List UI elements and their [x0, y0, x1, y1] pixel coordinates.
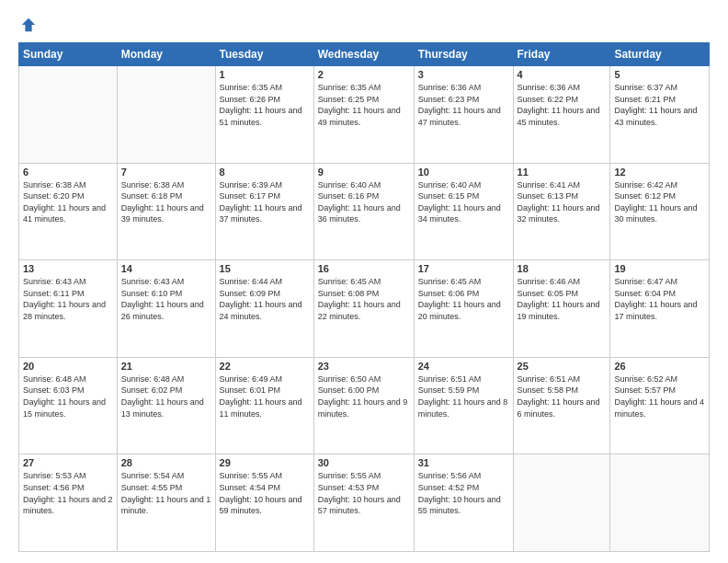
calendar-table: SundayMondayTuesdayWednesdayThursdayFrid…	[18, 42, 710, 552]
col-header-sunday: Sunday	[19, 43, 118, 66]
cell-info: Sunrise: 6:49 AM Sunset: 6:01 PM Dayligh…	[220, 373, 310, 419]
cell-info: Sunrise: 6:44 AM Sunset: 6:09 PM Dayligh…	[220, 276, 310, 322]
week-row-3: 20Sunrise: 6:48 AM Sunset: 6:03 PM Dayli…	[19, 357, 710, 454]
cell-info: Sunrise: 6:45 AM Sunset: 6:06 PM Dayligh…	[418, 276, 509, 322]
cell-info: Sunrise: 6:47 AM Sunset: 6:04 PM Dayligh…	[614, 276, 705, 322]
day-number: 8	[220, 167, 310, 178]
cell-info: Sunrise: 6:45 AM Sunset: 6:08 PM Dayligh…	[318, 276, 410, 322]
cell-info: Sunrise: 6:35 AM Sunset: 6:25 PM Dayligh…	[318, 82, 410, 128]
day-number: 1	[220, 69, 310, 80]
col-header-saturday: Saturday	[610, 43, 710, 66]
cell-info: Sunrise: 6:52 AM Sunset: 5:57 PM Dayligh…	[614, 373, 705, 419]
calendar-cell: 8Sunrise: 6:39 AM Sunset: 6:17 PM Daylig…	[215, 163, 313, 260]
day-number: 16	[318, 263, 410, 274]
day-number: 6	[23, 167, 113, 178]
day-number: 21	[121, 361, 211, 372]
day-number: 27	[23, 457, 113, 468]
day-number: 23	[318, 361, 410, 372]
calendar-cell: 18Sunrise: 6:46 AM Sunset: 6:05 PM Dayli…	[513, 260, 610, 358]
col-header-thursday: Thursday	[414, 43, 513, 66]
calendar-cell: 1Sunrise: 6:35 AM Sunset: 6:26 PM Daylig…	[215, 66, 313, 164]
cell-info: Sunrise: 6:40 AM Sunset: 6:16 PM Dayligh…	[318, 179, 410, 225]
day-number: 20	[23, 361, 113, 372]
day-number: 14	[121, 263, 211, 274]
day-number: 10	[418, 167, 509, 178]
calendar-cell: 31Sunrise: 5:56 AM Sunset: 4:52 PM Dayli…	[414, 454, 513, 552]
day-number: 30	[318, 457, 410, 468]
week-row-0: 1Sunrise: 6:35 AM Sunset: 6:26 PM Daylig…	[19, 66, 710, 164]
calendar-cell: 28Sunrise: 5:54 AM Sunset: 4:55 PM Dayli…	[117, 454, 215, 552]
calendar-cell: 29Sunrise: 5:55 AM Sunset: 4:54 PM Dayli…	[215, 454, 313, 552]
col-header-friday: Friday	[513, 43, 610, 66]
cell-info: Sunrise: 6:51 AM Sunset: 5:58 PM Dayligh…	[518, 373, 607, 419]
cell-info: Sunrise: 6:39 AM Sunset: 6:17 PM Dayligh…	[220, 179, 310, 225]
day-number: 5	[614, 69, 705, 80]
cell-info: Sunrise: 6:35 AM Sunset: 6:26 PM Dayligh…	[220, 82, 310, 128]
cell-info: Sunrise: 5:55 AM Sunset: 4:54 PM Dayligh…	[220, 470, 310, 516]
cell-info: Sunrise: 5:56 AM Sunset: 4:52 PM Dayligh…	[418, 470, 509, 516]
week-row-4: 27Sunrise: 5:53 AM Sunset: 4:56 PM Dayli…	[19, 454, 710, 552]
cell-info: Sunrise: 5:55 AM Sunset: 4:53 PM Dayligh…	[318, 470, 410, 516]
day-number: 13	[23, 263, 113, 274]
cell-info: Sunrise: 6:38 AM Sunset: 6:20 PM Dayligh…	[23, 179, 113, 225]
day-number: 4	[518, 69, 607, 80]
calendar-cell: 6Sunrise: 6:38 AM Sunset: 6:20 PM Daylig…	[19, 163, 118, 260]
logo-icon	[20, 17, 37, 33]
cell-info: Sunrise: 5:53 AM Sunset: 4:56 PM Dayligh…	[23, 470, 113, 516]
week-row-1: 6Sunrise: 6:38 AM Sunset: 6:20 PM Daylig…	[19, 163, 710, 260]
calendar-cell: 11Sunrise: 6:41 AM Sunset: 6:13 PM Dayli…	[513, 163, 610, 260]
calendar-cell: 3Sunrise: 6:36 AM Sunset: 6:23 PM Daylig…	[414, 66, 513, 164]
cell-info: Sunrise: 6:40 AM Sunset: 6:15 PM Dayligh…	[418, 179, 509, 225]
cell-info: Sunrise: 6:48 AM Sunset: 6:03 PM Dayligh…	[23, 373, 113, 419]
calendar-cell: 5Sunrise: 6:37 AM Sunset: 6:21 PM Daylig…	[610, 66, 710, 164]
calendar-cell	[19, 66, 118, 164]
cell-info: Sunrise: 6:48 AM Sunset: 6:02 PM Dayligh…	[121, 373, 211, 419]
calendar-cell: 22Sunrise: 6:49 AM Sunset: 6:01 PM Dayli…	[215, 357, 313, 454]
cell-info: Sunrise: 6:50 AM Sunset: 6:00 PM Dayligh…	[318, 373, 410, 419]
calendar-cell: 21Sunrise: 6:48 AM Sunset: 6:02 PM Dayli…	[117, 357, 215, 454]
calendar-cell: 16Sunrise: 6:45 AM Sunset: 6:08 PM Dayli…	[313, 260, 414, 358]
calendar-cell: 30Sunrise: 5:55 AM Sunset: 4:53 PM Dayli…	[313, 454, 414, 552]
calendar-cell: 17Sunrise: 6:45 AM Sunset: 6:06 PM Dayli…	[414, 260, 513, 358]
calendar-cell: 12Sunrise: 6:42 AM Sunset: 6:12 PM Dayli…	[610, 163, 710, 260]
day-number: 19	[614, 263, 705, 274]
day-number: 11	[518, 167, 607, 178]
day-number: 15	[220, 263, 310, 274]
cell-info: Sunrise: 6:36 AM Sunset: 6:22 PM Dayligh…	[518, 82, 607, 128]
cell-info: Sunrise: 6:42 AM Sunset: 6:12 PM Dayligh…	[614, 179, 705, 225]
day-number: 9	[318, 167, 410, 178]
calendar-cell: 2Sunrise: 6:35 AM Sunset: 6:25 PM Daylig…	[313, 66, 414, 164]
week-row-2: 13Sunrise: 6:43 AM Sunset: 6:11 PM Dayli…	[19, 260, 710, 358]
cell-info: Sunrise: 6:43 AM Sunset: 6:11 PM Dayligh…	[23, 276, 113, 322]
day-number: 31	[418, 457, 509, 468]
calendar-cell: 20Sunrise: 6:48 AM Sunset: 6:03 PM Dayli…	[19, 357, 118, 454]
day-number: 25	[518, 361, 607, 372]
day-number: 7	[121, 167, 211, 178]
col-header-monday: Monday	[117, 43, 215, 66]
calendar-cell: 10Sunrise: 6:40 AM Sunset: 6:15 PM Dayli…	[414, 163, 513, 260]
calendar-cell: 15Sunrise: 6:44 AM Sunset: 6:09 PM Dayli…	[215, 260, 313, 358]
calendar-cell	[513, 454, 610, 552]
cell-info: Sunrise: 6:41 AM Sunset: 6:13 PM Dayligh…	[518, 179, 607, 225]
calendar-cell: 14Sunrise: 6:43 AM Sunset: 6:10 PM Dayli…	[117, 260, 215, 358]
day-number: 3	[418, 69, 509, 80]
cell-info: Sunrise: 6:38 AM Sunset: 6:18 PM Dayligh…	[121, 179, 211, 225]
cell-info: Sunrise: 5:54 AM Sunset: 4:55 PM Dayligh…	[121, 470, 211, 516]
calendar-cell	[610, 454, 710, 552]
day-number: 29	[220, 457, 310, 468]
calendar-cell: 27Sunrise: 5:53 AM Sunset: 4:56 PM Dayli…	[19, 454, 118, 552]
calendar-cell: 13Sunrise: 6:43 AM Sunset: 6:11 PM Dayli…	[19, 260, 118, 358]
cell-info: Sunrise: 6:36 AM Sunset: 6:23 PM Dayligh…	[418, 82, 509, 128]
calendar-cell: 9Sunrise: 6:40 AM Sunset: 6:16 PM Daylig…	[313, 163, 414, 260]
page: SundayMondayTuesdayWednesdayThursdayFrid…	[0, 0, 728, 563]
calendar-cell: 25Sunrise: 6:51 AM Sunset: 5:58 PM Dayli…	[513, 357, 610, 454]
logo	[18, 17, 39, 33]
calendar-cell: 24Sunrise: 6:51 AM Sunset: 5:59 PM Dayli…	[414, 357, 513, 454]
day-number: 24	[418, 361, 509, 372]
calendar-cell: 19Sunrise: 6:47 AM Sunset: 6:04 PM Dayli…	[610, 260, 710, 358]
day-number: 18	[518, 263, 607, 274]
calendar-cell: 7Sunrise: 6:38 AM Sunset: 6:18 PM Daylig…	[117, 163, 215, 260]
day-number: 28	[121, 457, 211, 468]
cell-info: Sunrise: 6:46 AM Sunset: 6:05 PM Dayligh…	[518, 276, 607, 322]
col-header-wednesday: Wednesday	[313, 43, 414, 66]
